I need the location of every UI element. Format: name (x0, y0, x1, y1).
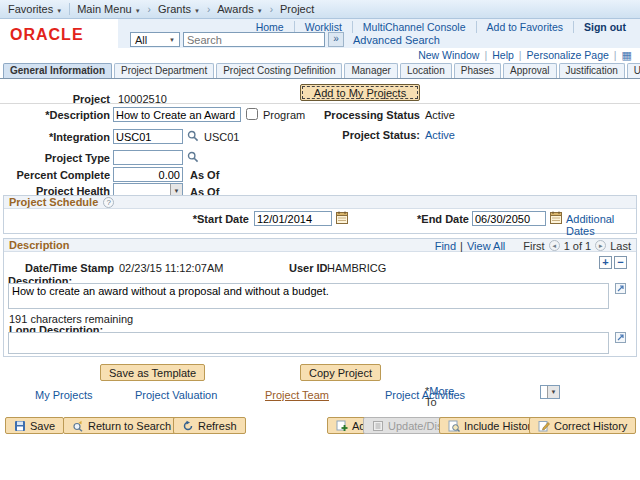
search-go-icon[interactable]: » (328, 32, 344, 47)
project-type-input[interactable] (113, 150, 183, 165)
project-id-value: 10002510 (118, 93, 167, 105)
tab-user-fields[interactable]: User Fields (627, 63, 640, 78)
tab-general-information[interactable]: General Information (3, 63, 112, 78)
delete-row-icon[interactable]: − (614, 256, 627, 269)
breadcrumb-item-awards[interactable]: Awards▼ (217, 3, 262, 15)
chevron-down-icon: ▼ (194, 8, 200, 14)
sign-out-link[interactable]: Sign out (573, 21, 636, 33)
expand-text-icon[interactable] (615, 332, 626, 343)
integration-lookup-icon[interactable] (187, 130, 199, 142)
personalize-page-link[interactable]: Personalize Page (527, 49, 609, 61)
program-checkbox[interactable] (246, 108, 258, 120)
tab-bar: General Information Project Department P… (0, 62, 640, 79)
separator: | (460, 240, 463, 252)
additional-dates-link[interactable]: Additional Dates (566, 213, 636, 237)
description-field-input[interactable] (113, 107, 241, 122)
description-body: + − Date/Time Stamp 02/23/15 11:12:07AM … (4, 252, 636, 357)
view-all-link[interactable]: View All (467, 240, 505, 252)
description-title: Description (9, 239, 70, 251)
pagination-controls: Find | View All First ◄ 1 of 1 ► Last (435, 239, 631, 252)
advanced-search-link[interactable]: Advanced Search (353, 34, 440, 46)
long-description-textarea[interactable] (8, 332, 609, 354)
help-link[interactable]: Help (492, 49, 514, 61)
tab-project-costing-definition[interactable]: Project Costing Definition (216, 63, 342, 78)
page-actions: New Window | Help | Personalize Page | ▦ (0, 48, 640, 62)
user-id-label: User ID (289, 262, 328, 274)
search-scope-select[interactable]: All▼ (130, 32, 180, 47)
favorites-menu[interactable]: Favorites▼ (8, 3, 62, 15)
save-button[interactable]: Save (5, 417, 64, 434)
project-type-label: Project Type (0, 152, 110, 164)
personalize-layout-icon[interactable]: ▦ (622, 50, 632, 61)
my-projects-link[interactable]: My Projects (35, 389, 92, 401)
help-icon[interactable]: ? (103, 197, 114, 208)
chevron-down-icon: ▼ (169, 37, 175, 43)
find-link[interactable]: Find (435, 240, 456, 252)
tab-manager[interactable]: Manager (344, 63, 397, 78)
tab-approval[interactable]: Approval (503, 63, 556, 78)
save-as-template-button[interactable]: Save as Template (100, 364, 205, 381)
add-to-favorites-link[interactable]: Add to Favorites (476, 21, 573, 33)
copy-project-button[interactable]: Copy Project (300, 364, 381, 381)
chevron-down-icon: ▼ (56, 8, 62, 14)
project-type-lookup-icon[interactable] (187, 151, 199, 163)
project-schedule-body: *Start Date *End Date Additional Dates (4, 209, 636, 234)
tab-project-department[interactable]: Project Department (114, 63, 214, 78)
breadcrumb-item-grants[interactable]: Grants▼ (158, 3, 200, 15)
next-row-icon[interactable]: ► (595, 240, 606, 251)
page-count: 1 of 1 (564, 240, 592, 252)
first-label: First (523, 240, 544, 252)
return-to-search-button[interactable]: Return to Search (63, 417, 180, 434)
percent-complete-label: Percent Complete (0, 169, 110, 181)
project-schedule-header: Project Schedule ? (4, 196, 636, 209)
page-content: Project 10002510 Add to My Projects *Des… (0, 79, 640, 479)
user-id-value: HAMBRICG (327, 262, 386, 274)
program-label: Program (263, 109, 305, 121)
project-status-value-link[interactable]: Active (425, 129, 455, 141)
main-menu[interactable]: Main Menu▼ (77, 3, 140, 15)
previous-row-icon[interactable]: ◄ (549, 240, 560, 251)
tab-justification[interactable]: Justification (559, 63, 625, 78)
tab-location[interactable]: Location (400, 63, 452, 78)
description-section: Description Find | View All First ◄ 1 of… (3, 238, 637, 357)
end-date-input[interactable] (472, 211, 546, 226)
search-input[interactable] (183, 32, 325, 47)
project-team-link[interactable]: Project Team (265, 389, 329, 401)
last-label: Last (610, 240, 631, 252)
correct-history-button[interactable]: Correct History (529, 417, 636, 434)
processing-status-value: Active (425, 109, 455, 121)
integration-input[interactable] (113, 129, 183, 144)
separator (69, 3, 70, 15)
datetime-stamp-label: Date/Time Stamp (4, 262, 114, 274)
end-date-label: *End Date (319, 213, 469, 225)
oracle-logo: ORACLE (10, 26, 84, 44)
separator: | (614, 49, 617, 61)
update-display-icon (372, 420, 384, 432)
refresh-button[interactable]: Refresh (173, 417, 246, 434)
more-to-label: To (425, 396, 437, 408)
new-window-link[interactable]: New Window (418, 49, 479, 61)
include-history-icon (448, 420, 460, 432)
return-to-search-icon (72, 420, 84, 432)
header: ORACLE Home Worklist MultiChannel Consol… (0, 19, 640, 48)
percent-complete-input[interactable] (113, 167, 183, 182)
breadcrumb-chevron-icon: › (207, 4, 210, 15)
separator: | (519, 49, 522, 61)
description-textarea[interactable]: How to create an award without a proposa… (8, 283, 609, 309)
project-valuation-link[interactable]: Project Valuation (135, 389, 217, 401)
more-select[interactable]: ▼ (540, 385, 560, 399)
calendar-icon[interactable] (550, 211, 562, 224)
integration-field-label: *Integration (0, 131, 110, 143)
tab-phases[interactable]: Phases (454, 63, 501, 78)
refresh-icon (182, 420, 194, 432)
project-label: Project (0, 93, 110, 105)
add-to-my-projects-button[interactable]: Add to My Projects (300, 84, 420, 101)
breadcrumb-chevron-icon: › (270, 4, 273, 15)
project-schedule-title: Project Schedule (9, 196, 98, 208)
breadcrumb: Favorites▼ Main Menu▼ › Grants▼ › Awards… (0, 0, 640, 19)
add-row-icon[interactable]: + (599, 256, 612, 269)
expand-text-icon[interactable] (615, 283, 626, 294)
separator: | (484, 49, 487, 61)
add-plus-icon (336, 420, 348, 432)
start-date-label: *Start Date (99, 213, 249, 225)
